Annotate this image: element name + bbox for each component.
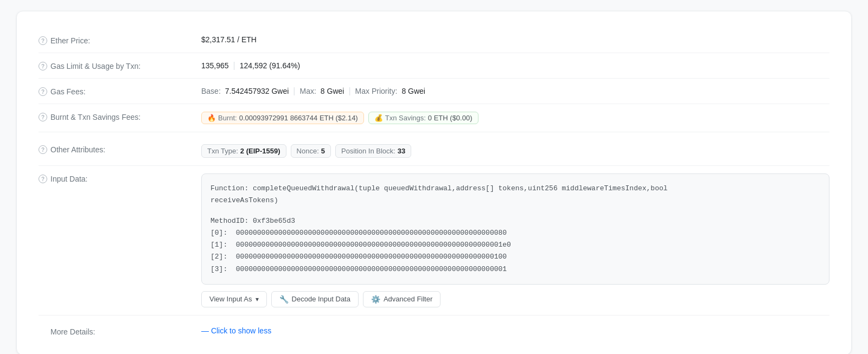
- gas-limit-row: ? Gas Limit & Usage by Txn: 135,965 | 12…: [39, 53, 829, 79]
- more-details-value-col: — Click to show less: [201, 326, 829, 335]
- method-id-line: MethodID: 0xf3be65d3: [210, 215, 820, 227]
- gas-limit-value: 135,965: [201, 61, 229, 70]
- data-line-3: [3]: 00000000000000000000000000000000000…: [210, 263, 820, 275]
- view-input-as-label: View Input As: [209, 295, 252, 303]
- gas-max-label: Max:: [300, 87, 316, 95]
- advanced-filter-label: Advanced Filter: [384, 295, 432, 303]
- transaction-detail-card: ? Ether Price: $2,317.51 / ETH ? Gas Lim…: [16, 11, 852, 354]
- gas-fees-value-col: Base: 7.542457932 Gwei | Max: 8 Gwei | M…: [201, 86, 829, 96]
- input-data-value-col: Function: completeQueuedWithdrawal(tuple…: [201, 173, 829, 307]
- show-less-link-text: — Click to show less: [201, 326, 271, 335]
- other-attributes-label: Other Attributes:: [50, 145, 105, 154]
- data-line-0: [0]: 00000000000000000000000000000000000…: [210, 227, 820, 239]
- ether-price-label-col: ? Ether Price:: [39, 35, 190, 45]
- burnt-icon: 🔥: [207, 114, 216, 122]
- position-badge: Position In Block: 33: [335, 144, 411, 158]
- ether-price-value: $2,317.51 / ETH: [201, 35, 829, 44]
- gas-fees-label: Gas Fees:: [50, 87, 86, 96]
- gas-fees-label-col: ? Gas Fees:: [39, 86, 190, 96]
- gas-usage-value: 124,592 (91.64%): [240, 61, 300, 70]
- view-input-as-chevron-icon: [256, 295, 259, 303]
- gas-limit-inline: 135,965 | 124,592 (91.64%): [201, 61, 829, 70]
- data-line-1: [1]: 00000000000000000000000000000000000…: [210, 239, 820, 251]
- other-attributes-label-col: ? Other Attributes:: [39, 144, 190, 154]
- burnt-label: Burnt:: [218, 114, 237, 122]
- ether-price-row: ? Ether Price: $2,317.51 / ETH: [39, 28, 829, 53]
- gas-fees-help-icon[interactable]: ?: [39, 87, 47, 96]
- input-data-label: Input Data:: [50, 175, 88, 183]
- nonce-value: 5: [321, 147, 325, 155]
- other-attributes-row: ? Other Attributes: Txn Type: 2 (EIP-155…: [39, 137, 829, 166]
- gas-limit-label: Gas Limit & Usage by Txn:: [50, 62, 141, 70]
- show-less-link[interactable]: — Click to show less: [201, 326, 271, 335]
- more-details-label: More Details:: [39, 327, 95, 336]
- gas-fees-divider2: |: [348, 86, 350, 96]
- gas-fees-inline: Base: 7.542457932 Gwei | Max: 8 Gwei | M…: [201, 86, 829, 96]
- savings-label: Txn Savings:: [385, 114, 426, 122]
- advanced-filter-button[interactable]: ⚙️ Advanced Filter: [363, 291, 441, 307]
- gas-limit-help-icon[interactable]: ?: [39, 62, 47, 70]
- gas-priority-value: 8 Gwei: [401, 87, 425, 95]
- more-details-row: More Details: — Click to show less: [39, 316, 829, 338]
- position-value: 33: [398, 147, 405, 155]
- gas-max-value: 8 Gwei: [321, 87, 344, 95]
- decode-input-data-label: Decode Input Data: [292, 295, 350, 303]
- other-attributes-value-col: Txn Type: 2 (EIP-1559) Nonce: 5 Position…: [201, 144, 829, 158]
- advanced-filter-icon: ⚙️: [371, 295, 380, 304]
- input-data-code-box: Function: completeQueuedWithdrawal(tuple…: [201, 173, 829, 285]
- burnt-fees-label: Burnt & Txn Savings Fees:: [50, 113, 141, 121]
- ether-price-help-icon[interactable]: ?: [39, 36, 47, 45]
- savings-icon: 💰: [374, 114, 383, 122]
- gas-limit-label-col: ? Gas Limit & Usage by Txn:: [39, 61, 190, 70]
- position-label: Position In Block:: [341, 147, 395, 155]
- ether-price-label: Ether Price:: [50, 36, 90, 45]
- decode-input-data-button[interactable]: 🔧 Decode Input Data: [271, 291, 359, 307]
- input-data-row: ? Input Data: Function: completeQueuedWi…: [39, 166, 829, 316]
- gas-limit-divider: |: [233, 61, 235, 70]
- view-input-as-button[interactable]: View Input As: [201, 291, 267, 307]
- burnt-fees-help-icon[interactable]: ?: [39, 113, 47, 121]
- burnt-badge: 🔥 Burnt: 0.00093972991 8663744 ETH ($2.1…: [201, 112, 364, 124]
- savings-badge: 💰 Txn Savings: 0 ETH ($0.00): [368, 112, 478, 124]
- function-line2: receiveAsTokens): [210, 195, 820, 207]
- gas-limit-value-col: 135,965 | 124,592 (91.64%): [201, 61, 829, 70]
- other-attributes-help-icon[interactable]: ?: [39, 145, 47, 154]
- input-data-btn-group: View Input As 🔧 Decode Input Data ⚙️ Adv…: [201, 291, 829, 307]
- burnt-fees-value-col: 🔥 Burnt: 0.00093972991 8663744 ETH ($2.1…: [201, 112, 829, 124]
- txn-type-label: Txn Type:: [207, 147, 238, 155]
- txn-type-badge: Txn Type: 2 (EIP-1559): [201, 144, 286, 158]
- decode-icon: 🔧: [279, 295, 289, 304]
- function-line: Function: completeQueuedWithdrawal(tuple…: [210, 183, 820, 195]
- gas-base-value: 7.542457932 Gwei: [225, 87, 289, 95]
- gas-priority-label: Max Priority:: [355, 87, 398, 95]
- input-data-help-icon[interactable]: ?: [39, 175, 47, 183]
- gas-base-label: Base:: [201, 87, 221, 95]
- input-data-label-col: ? Input Data:: [39, 173, 190, 183]
- burnt-fees-row: ? Burnt & Txn Savings Fees: 🔥 Burnt: 0.0…: [39, 104, 829, 132]
- nonce-badge: Nonce: 5: [291, 144, 331, 158]
- gas-fees-divider1: |: [293, 86, 295, 96]
- gas-fees-row: ? Gas Fees: Base: 7.542457932 Gwei | Max…: [39, 79, 829, 104]
- savings-value: 0 ETH ($0.00): [428, 114, 473, 122]
- nonce-label: Nonce:: [297, 147, 319, 155]
- code-empty-line: [210, 207, 820, 215]
- more-details-label-col: More Details:: [39, 326, 190, 336]
- burnt-fees-inline: 🔥 Burnt: 0.00093972991 8663744 ETH ($2.1…: [201, 112, 829, 124]
- burnt-fees-label-col: ? Burnt & Txn Savings Fees:: [39, 112, 190, 121]
- other-attributes-inline: Txn Type: 2 (EIP-1559) Nonce: 5 Position…: [201, 144, 829, 158]
- burnt-value: 0.00093972991 8663744 ETH ($2.14): [239, 114, 358, 122]
- data-line-2: [2]: 00000000000000000000000000000000000…: [210, 251, 820, 263]
- txn-type-value: 2 (EIP-1559): [240, 147, 280, 155]
